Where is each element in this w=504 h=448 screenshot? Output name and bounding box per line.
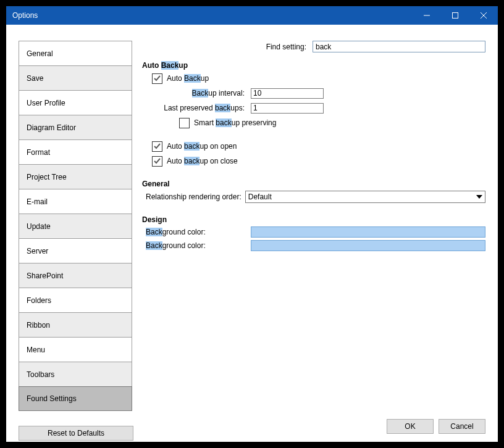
chevron-down-icon [476,195,482,199]
sidebar-item-project-tree[interactable]: Project Tree [19,165,132,189]
button-label: Reset to Defaults [48,429,104,438]
options-dialog: Options General Save User Profile Diagra… [6,6,498,442]
ok-button[interactable]: OK [387,419,434,434]
sidebar-item-general[interactable]: General [19,41,132,66]
background-color-label-1: Background color: [142,228,251,236]
sidebar-item-label: Project Tree [27,173,67,181]
reset-to-defaults-button[interactable]: Reset to Defaults [19,426,133,441]
checkbox-label: Auto backup on open [167,142,237,151]
sidebar-item-email[interactable]: E-mail [19,189,132,214]
minimize-icon [424,12,430,19]
sidebar-item-ribbon[interactable]: Ribbon [19,313,132,338]
close-button[interactable] [469,6,498,25]
check-icon [154,157,161,165]
sidebar-item-toolbars[interactable]: Toolbars [19,362,132,387]
sidebar-item-label: Toolbars [27,370,54,379]
sidebar-item-label: Folders [27,296,51,305]
check-icon [154,143,161,150]
relationship-rendering-order-select[interactable]: Default [245,191,485,203]
checkbox-auto-backup-on-close[interactable] [152,156,162,167]
section-auto-backup: Auto Backup [142,61,485,70]
sidebar-item-label: Diagram Editor [27,123,76,132]
check-icon [154,75,161,82]
window-title: Options [6,11,38,20]
last-preserved-backups-label: Last preserved backups: [142,104,251,112]
background-color-picker-1[interactable] [251,226,485,238]
checkbox-label: Auto Backup [167,74,209,83]
sidebar-item-label: General [27,49,53,58]
sidebar-item-label: Update [27,222,51,231]
backup-interval-label: Backup interval: [142,89,251,97]
find-setting-input[interactable] [313,41,485,52]
sidebar-item-label: SharePoint [27,272,63,280]
backup-interval-input[interactable] [251,88,324,99]
sidebar-item-save[interactable]: Save [19,66,132,91]
select-value: Default [248,193,272,201]
sidebar-item-menu[interactable]: Menu [19,338,132,362]
find-setting-label: Find setting: [142,43,313,51]
sidebar-item-label: User Profile [27,99,65,107]
section-general: General [142,180,485,188]
close-icon [481,12,487,19]
sidebar-item-update[interactable]: Update [19,214,132,239]
category-sidebar: General Save User Profile Diagram Editor… [19,41,132,411]
sidebar-item-format[interactable]: Format [19,140,132,165]
sidebar-item-diagram-editor[interactable]: Diagram Editor [19,115,132,140]
background-color-label-2: Background color: [142,241,251,250]
checkbox-auto-backup-on-open[interactable] [152,141,162,152]
sidebar-item-label: Server [27,247,48,255]
sidebar-item-label: Format [27,148,50,157]
button-label: OK [405,422,415,431]
button-label: Cancel [450,422,473,431]
sidebar-item-label: Save [27,74,43,83]
titlebar: Options [6,6,498,25]
last-preserved-backups-input[interactable] [251,103,324,114]
settings-panel: Find setting: Auto Backup Auto Backup Ba… [142,41,485,407]
section-design: Design [142,215,485,224]
sidebar-item-server[interactable]: Server [19,239,132,263]
svg-rect-1 [453,13,458,19]
sidebar-item-label: Ribbon [27,321,50,330]
maximize-button[interactable] [441,6,469,25]
background-color-picker-2[interactable] [251,240,485,251]
relationship-rendering-order-label: Relationship rendering order: [146,193,242,201]
sidebar-item-folders[interactable]: Folders [19,288,132,313]
cancel-button[interactable]: Cancel [439,419,485,434]
maximize-icon [452,12,458,19]
checkbox-label: Auto backup on close [167,157,238,165]
sidebar-item-user-profile[interactable]: User Profile [19,91,132,115]
sidebar-item-found-settings[interactable]: Found Settings [19,386,132,411]
sidebar-item-label: E-mail [27,197,48,206]
checkbox-smart-backup-preserving[interactable] [179,118,190,128]
sidebar-item-sharepoint[interactable]: SharePoint [19,263,132,288]
checkbox-auto-backup[interactable] [152,73,162,84]
sidebar-item-label: Menu [27,346,45,354]
minimize-button[interactable] [413,6,441,25]
checkbox-label: Smart backup preserving [194,118,276,127]
sidebar-item-label: Found Settings [27,394,77,403]
